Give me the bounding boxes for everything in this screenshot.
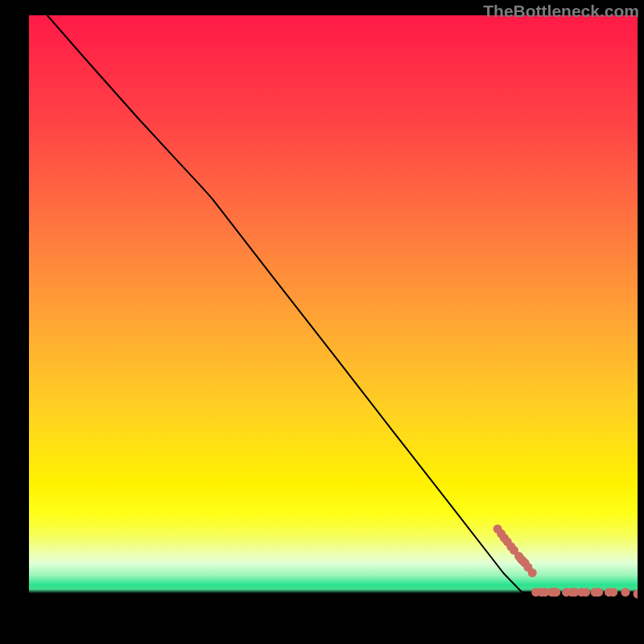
chart-plot-area: [29, 15, 638, 624]
watermark-attribution: TheBottleneck.com: [483, 2, 639, 21]
chart-background-gradient: [29, 15, 638, 624]
chart-root: TheBottleneck.com: [0, 0, 644, 644]
